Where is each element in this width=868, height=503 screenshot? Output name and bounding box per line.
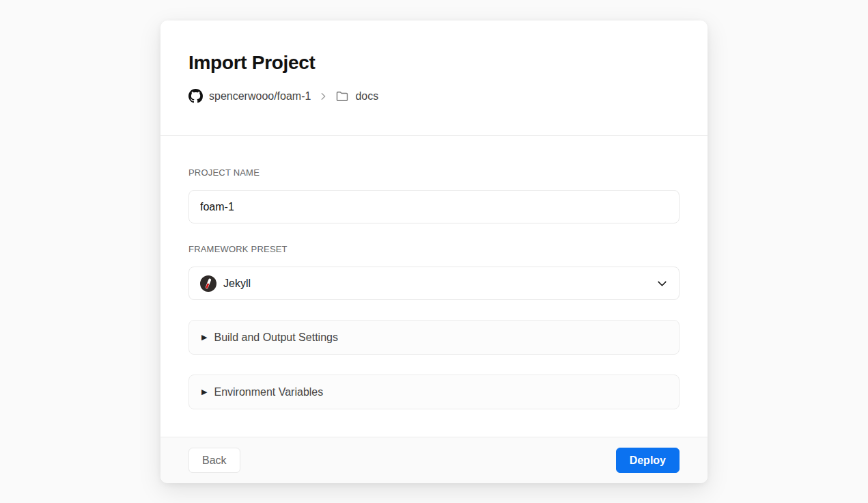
environment-variables-accordion[interactable]: ▶ Environment Variables [188, 375, 680, 409]
triangle-right-icon: ▶ [201, 388, 207, 396]
project-name-input[interactable] [188, 190, 680, 223]
jekyll-logo-icon [200, 275, 216, 292]
back-button[interactable]: Back [188, 448, 240, 473]
modal-body: PROJECT NAME FRAMEWORK PRESET Jekyll [160, 136, 708, 437]
import-project-modal: Import Project spencerwooo/foam-1 docs [160, 21, 708, 483]
chevron-down-icon [656, 277, 668, 289]
accordion-label: Build and Output Settings [214, 331, 337, 344]
framework-preset-label: FRAMEWORK PRESET [188, 244, 680, 254]
breadcrumb: spencerwooo/foam-1 docs [188, 89, 680, 103]
folder-icon [335, 90, 349, 103]
github-icon [188, 89, 203, 103]
modal-header: Import Project spencerwooo/foam-1 docs [160, 21, 708, 136]
project-name-label: PROJECT NAME [188, 167, 680, 178]
page-title: Import Project [188, 52, 680, 74]
build-output-settings-accordion[interactable]: ▶ Build and Output Settings [188, 320, 680, 355]
framework-selected-value: Jekyll [223, 277, 656, 290]
chevron-right-icon [318, 92, 328, 101]
accordion-label: Environment Variables [214, 386, 323, 398]
deploy-button[interactable]: Deploy [616, 448, 680, 473]
breadcrumb-folder: docs [355, 90, 378, 103]
modal-footer: Back Deploy [160, 437, 708, 483]
framework-preset-select[interactable]: Jekyll [188, 267, 680, 300]
breadcrumb-repo: spencerwooo/foam-1 [209, 90, 311, 103]
triangle-right-icon: ▶ [201, 334, 207, 341]
